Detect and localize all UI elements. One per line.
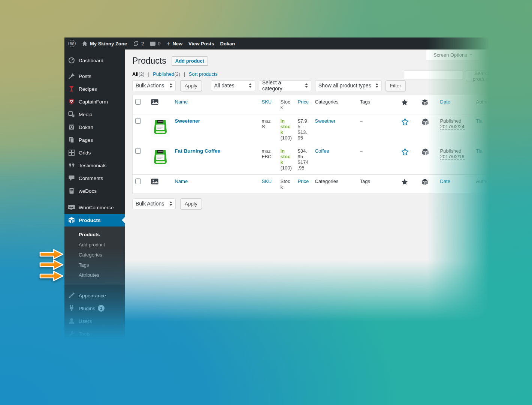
feature-toggle-star-icon[interactable] (401, 118, 416, 126)
sidebar-item-media[interactable]: Media (64, 108, 125, 121)
new-content-menu[interactable]: + New (166, 40, 182, 47)
publish-date: 2017/02/16 (440, 154, 465, 160)
product-thumbnail[interactable] (151, 118, 170, 137)
site-name-menu[interactable]: My Skinny Zone (82, 41, 127, 46)
plus-icon: + (166, 40, 170, 47)
row-checkbox[interactable] (135, 118, 141, 124)
author-link[interactable]: Tia (476, 118, 483, 124)
sort-products-link[interactable]: Sort products (189, 71, 218, 77)
wordpress-logo-menu[interactable]: W (68, 40, 76, 47)
sort-by-name-header[interactable]: Name (175, 99, 188, 105)
chevron-down-icon (469, 54, 472, 57)
sort-by-price-header[interactable]: Price (298, 178, 309, 184)
product-thumbnail[interactable] (151, 148, 170, 167)
date-filter-select[interactable]: All dates (211, 80, 255, 91)
screen-options-tab[interactable]: Screen Options (426, 50, 480, 60)
select-all-checkbox[interactable] (135, 99, 141, 105)
view-posts-menu[interactable]: View Posts (188, 41, 214, 46)
add-product-button[interactable]: Add product (172, 56, 208, 66)
sidebar-item-grids[interactable]: Grids (64, 146, 125, 159)
sidebar-item-products[interactable]: Products (64, 214, 125, 226)
author-link[interactable]: Tia (476, 148, 483, 154)
media-icon (67, 111, 76, 118)
product-type-filter-select[interactable]: Show all product types (315, 80, 382, 91)
filter-toolbar: Bulk Actions Apply All dates Select a ca… (132, 80, 499, 91)
product-name-link[interactable]: Fat Burning Coffee (175, 148, 221, 154)
image-column-icon (151, 180, 158, 186)
sort-by-date-header[interactable]: Date (440, 178, 450, 184)
sidebar-item-pages[interactable]: Pages (64, 134, 125, 146)
comment-bubble-icon (150, 42, 155, 46)
tags-cell: – (360, 118, 363, 124)
featured-star-icon (401, 101, 408, 107)
page-title: Products (132, 56, 166, 67)
sidebar-item-posts[interactable]: Posts (64, 70, 125, 82)
sidebar-item-wedocs[interactable]: weDocs (64, 184, 125, 197)
date-cell: Published 2017/02/24 (438, 114, 474, 144)
sidebar-item-woocommerce[interactable]: Woo WooCommerce (64, 201, 125, 214)
site-name-label: My Skinny Zone (90, 41, 127, 46)
apply-button-top[interactable]: Apply (180, 80, 202, 91)
sidebar-item-tools[interactable]: Tools (64, 327, 125, 340)
sort-by-name-header[interactable]: Name (175, 178, 188, 184)
dokan-menu[interactable]: Dokan (220, 41, 235, 46)
products-table: Name SKU Stock Price Categories Tags Dat… (132, 95, 499, 194)
updates-menu[interactable]: 2 (133, 40, 144, 46)
author-header: Author (476, 99, 490, 105)
sidebar-item-captainform[interactable]: CaptainForm (64, 95, 125, 108)
category-link[interactable]: Sweetner (315, 118, 336, 124)
apply-button-bottom[interactable]: Apply (180, 198, 202, 209)
sidebar-item-plugins[interactable]: Plugins 1 (64, 302, 125, 315)
sidebar-item-appearance[interactable]: Appearance (64, 289, 125, 302)
speech-bubble-icon (67, 175, 76, 182)
document-icon (67, 188, 76, 194)
select-all-checkbox[interactable] (135, 178, 141, 184)
sort-by-date-header[interactable]: Date (440, 99, 450, 105)
search-products-input[interactable] (404, 70, 463, 80)
sort-by-price-header[interactable]: Price (298, 99, 309, 105)
image-column-icon (151, 100, 158, 106)
submenu-tags[interactable]: Tags (64, 260, 125, 270)
feature-toggle-star-icon[interactable] (401, 148, 416, 156)
submenu-products[interactable]: Products (64, 230, 125, 240)
dokan-safe-icon (67, 124, 76, 130)
updates-icon (133, 40, 139, 46)
sidebar-item-dokan[interactable]: Dokan (64, 121, 125, 134)
submenu-add-product[interactable]: Add product (64, 240, 125, 250)
sidebar-item-users[interactable]: Users (64, 315, 125, 327)
bulk-actions-select-bottom[interactable]: Bulk Actions (132, 198, 176, 209)
comments-menu[interactable]: 0 (150, 41, 160, 46)
submenu-attributes[interactable]: Attributes (64, 270, 125, 280)
date-cell: Published 2017/02/16 (438, 144, 474, 175)
sort-by-sku-header[interactable]: SKU (262, 178, 272, 184)
search-products-button[interactable]: Search products (466, 70, 499, 81)
woocommerce-icon: Woo (67, 204, 76, 211)
submenu-categories[interactable]: Categories (64, 250, 125, 260)
bulk-actions-select[interactable]: Bulk Actions (132, 80, 176, 91)
sidebar-item-recipes[interactable]: Recipes (64, 82, 125, 95)
sidebar-item-testimonials[interactable]: Testimonials (64, 159, 125, 172)
view-all-link[interactable]: All (132, 71, 139, 77)
annotation-arrow (39, 259, 64, 271)
row-checkbox[interactable] (135, 148, 141, 154)
sidebar-item-comments[interactable]: Comments (64, 172, 125, 184)
category-filter-select[interactable]: Select a category (259, 80, 311, 91)
product-name-link[interactable]: Sweetener (175, 118, 200, 124)
sidebar-item-dashboard[interactable]: Dashboard (64, 54, 125, 67)
price-cell: $7.95 – $13.95 (295, 114, 312, 144)
home-icon (82, 41, 88, 46)
dashboard-icon (67, 57, 76, 64)
category-link[interactable]: Coffee (315, 148, 329, 154)
annotation-arrow (39, 270, 64, 282)
variable-product-icon (421, 148, 435, 156)
filter-button[interactable]: Filter (386, 80, 406, 91)
stock-cell: In stock (100) (278, 144, 295, 175)
product-type-icon (421, 181, 428, 186)
pushpin-icon (67, 73, 76, 80)
stock-header: Stock (281, 178, 290, 190)
recipes-icon (67, 86, 76, 92)
select-arrows-icon (375, 83, 378, 88)
table-row: Sweetener msz S In stock (100) $7.95 – $… (133, 114, 499, 144)
sort-by-sku-header[interactable]: SKU (262, 99, 272, 105)
view-published-link[interactable]: Published (153, 71, 174, 77)
